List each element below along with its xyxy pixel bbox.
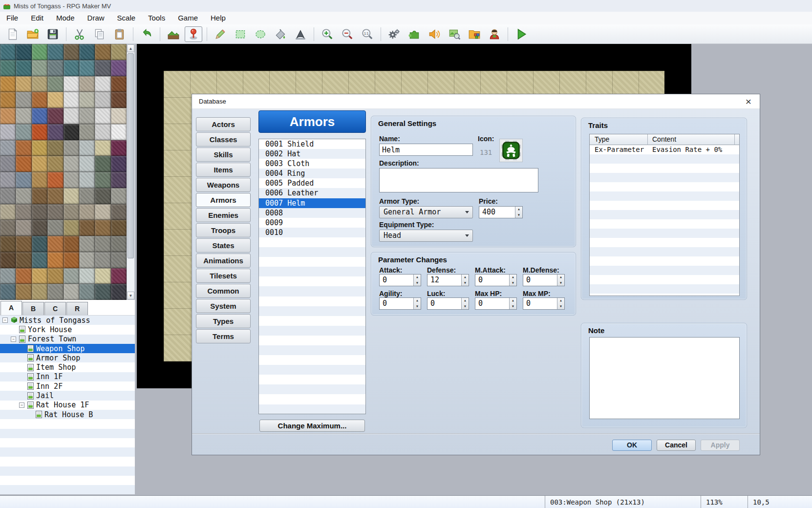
palette-tile[interactable]: [47, 236, 63, 252]
palette-tile[interactable]: [79, 76, 95, 92]
palette-tile[interactable]: [16, 44, 31, 60]
palette-tile[interactable]: [32, 124, 47, 140]
palette-tile[interactable]: [95, 124, 110, 140]
palette-tile[interactable]: [95, 220, 110, 236]
palette-tile[interactable]: [32, 220, 47, 236]
palette-tile[interactable]: [64, 268, 79, 284]
palette-tile[interactable]: [0, 188, 16, 204]
palette-tile[interactable]: [16, 140, 31, 156]
palette-tile[interactable]: [64, 156, 79, 172]
description-textarea[interactable]: [379, 168, 538, 192]
spinner-arrows-icon[interactable]: ▲▼: [413, 298, 421, 309]
tree-row[interactable]: −Forest Town: [0, 335, 135, 344]
palette-tile[interactable]: [64, 236, 79, 252]
palette-tile[interactable]: [79, 108, 95, 124]
palette-tile[interactable]: [0, 156, 16, 172]
db-tab-animations[interactable]: Animations: [196, 254, 251, 268]
palette-tile[interactable]: [79, 140, 95, 156]
palette-tile[interactable]: [47, 204, 63, 220]
database-icon[interactable]: [385, 26, 403, 42]
tree-row[interactable]: York House: [0, 325, 135, 334]
palette-tile[interactable]: [32, 44, 47, 60]
undo-icon[interactable]: [138, 26, 155, 42]
palette-tile[interactable]: [111, 140, 127, 156]
palette-tile[interactable]: [0, 204, 16, 220]
menu-tools[interactable]: Tools: [142, 12, 171, 24]
palette-tile[interactable]: [0, 252, 16, 268]
palette-scrollbar[interactable]: ▲ ▼: [127, 44, 135, 300]
palette-tile[interactable]: [79, 156, 95, 172]
palette-tile[interactable]: [47, 92, 63, 108]
palette-tile[interactable]: [32, 268, 47, 284]
palette-tab-b[interactable]: B: [22, 302, 44, 315]
palette-tile[interactable]: [16, 252, 31, 268]
playtest-icon[interactable]: [513, 26, 530, 42]
palette-tile[interactable]: [16, 124, 31, 140]
palette-tile[interactable]: [111, 92, 127, 108]
armor-type-dropdown[interactable]: General Armor: [379, 206, 473, 218]
palette-tile[interactable]: [16, 188, 31, 204]
palette-tile[interactable]: [47, 268, 63, 284]
palette-tile[interactable]: [64, 44, 79, 60]
palette-tile[interactable]: [0, 44, 16, 60]
flood-fill-tool-icon[interactable]: [272, 26, 289, 42]
palette-tile[interactable]: [16, 60, 31, 76]
apply-button[interactable]: Apply: [701, 440, 740, 451]
palette-tile[interactable]: [111, 156, 127, 172]
spinner-arrows-icon[interactable]: ▲▼: [509, 275, 516, 286]
palette-tile[interactable]: [95, 188, 110, 204]
palette-tile[interactable]: [111, 124, 127, 140]
palette-tile[interactable]: [0, 140, 16, 156]
palette-tile[interactable]: [95, 172, 110, 188]
palette-tile[interactable]: [95, 236, 110, 252]
palette-tile[interactable]: [64, 204, 79, 220]
param-spinner[interactable]: 0▲▼: [523, 297, 565, 310]
cancel-button[interactable]: Cancel: [657, 440, 696, 451]
palette-tile[interactable]: [111, 44, 127, 60]
palette-tile[interactable]: [47, 156, 63, 172]
palette-tile[interactable]: [0, 284, 16, 300]
palette-tile[interactable]: [32, 172, 47, 188]
palette-tile[interactable]: [64, 284, 79, 300]
palette-tab-r[interactable]: R: [66, 302, 88, 315]
palette-tile[interactable]: [32, 236, 47, 252]
db-tab-items[interactable]: Items: [196, 163, 251, 177]
palette-scrollbar-thumb[interactable]: [128, 53, 134, 258]
palette-tile[interactable]: [32, 108, 47, 124]
armor-list-item[interactable]: 0004 Ring: [259, 169, 365, 178]
menu-mode[interactable]: Mode: [50, 12, 81, 24]
palette-tile[interactable]: [16, 92, 31, 108]
save-project-icon[interactable]: [44, 26, 62, 42]
palette-tile[interactable]: [111, 204, 127, 220]
palette-tile[interactable]: [95, 204, 110, 220]
palette-tile[interactable]: [47, 172, 63, 188]
close-icon[interactable]: ×: [742, 95, 755, 108]
palette-tile[interactable]: [79, 44, 95, 60]
menu-draw[interactable]: Draw: [81, 12, 111, 24]
spinner-arrows-icon[interactable]: ▲▼: [413, 275, 421, 286]
palette-tile[interactable]: [79, 188, 95, 204]
palette-tile[interactable]: [16, 76, 31, 92]
palette-tile[interactable]: [95, 76, 110, 92]
palette-tile[interactable]: [64, 220, 79, 236]
palette-tile[interactable]: [95, 284, 110, 300]
tree-row[interactable]: Jail: [0, 391, 135, 400]
palette-tile[interactable]: [16, 204, 31, 220]
spinner-arrows-icon[interactable]: ▲▼: [461, 275, 469, 286]
db-tab-enemies[interactable]: Enemies: [196, 208, 251, 222]
armor-list-item[interactable]: 0005 Padded: [259, 178, 365, 188]
rectangle-tool-icon[interactable]: [232, 26, 249, 42]
palette-tile[interactable]: [111, 220, 127, 236]
armor-list-item[interactable]: 0001 Shield: [259, 139, 365, 149]
spinner-arrows-icon[interactable]: ▲▼: [557, 275, 564, 286]
new-project-icon[interactable]: [4, 26, 21, 42]
palette-tile[interactable]: [0, 236, 16, 252]
event-searcher-icon[interactable]: [446, 26, 463, 42]
palette-tile[interactable]: [111, 60, 127, 76]
armor-list-item[interactable]: 0008: [259, 208, 365, 218]
collapse-icon[interactable]: −: [11, 337, 16, 342]
palette-tile[interactable]: [32, 284, 47, 300]
palette-tile[interactable]: [64, 140, 79, 156]
icon-button[interactable]: [499, 139, 523, 162]
plugin-manager-icon[interactable]: [406, 26, 423, 42]
